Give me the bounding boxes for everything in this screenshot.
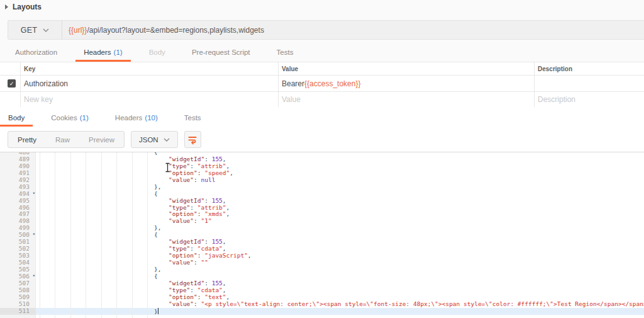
code-line: 490"type": "attrib",: [0, 163, 644, 170]
line-number: 490: [0, 163, 36, 170]
headers-count: (1): [114, 48, 123, 56]
headers-table: Key Value Description ✓ Authorization Be…: [0, 62, 644, 108]
response-tab-body[interactable]: Body: [0, 110, 33, 127]
line-number: 510: [0, 301, 36, 308]
fold-arrow-icon[interactable]: ▾: [33, 152, 35, 156]
language-dropdown[interactable]: JSON: [131, 131, 178, 148]
line-number: 506▾: [0, 273, 36, 280]
code-line: 496"type": "attrib",: [0, 205, 644, 212]
code-line: 500▾{: [0, 232, 644, 239]
chevron-down-icon: [43, 28, 49, 32]
code-line: 495"widgetId": 155,: [0, 198, 644, 205]
tab-tests[interactable]: Tests: [269, 44, 302, 62]
value-cell[interactable]: Bearer {{access_token}}: [279, 76, 535, 91]
line-number: 508: [0, 287, 36, 294]
language-label: JSON: [139, 136, 158, 144]
cookies-count: (1): [80, 114, 89, 122]
new-value-input[interactable]: Value: [279, 92, 535, 107]
response-tab-tests[interactable]: Tests: [176, 110, 209, 127]
line-number: 493: [0, 184, 36, 191]
fold-arrow-icon[interactable]: ▾: [33, 273, 35, 280]
key-cell[interactable]: Authorization: [21, 76, 279, 91]
line-number: 501: [0, 239, 36, 246]
code-lines: 488▾{489"widgetId": 155,490"type": "attr…: [0, 152, 644, 315]
line-number: 507: [0, 280, 36, 287]
code-line: 510"value": "<p style=\"text-align: cent…: [0, 301, 644, 308]
code-line: 488▾{: [0, 152, 644, 156]
response-toolbar: Pretty Raw Preview JSON: [8, 131, 201, 148]
line-number: 499: [0, 225, 36, 232]
wrap-text-icon: [187, 135, 197, 145]
url-variable: {{url}}: [69, 26, 87, 35]
code-line: 506▾{: [0, 273, 644, 280]
code-line: 494▾{: [0, 191, 644, 198]
tab-body[interactable]: Body: [141, 44, 174, 62]
code-line: 498"value": "1": [0, 218, 644, 225]
tab-pre-request-script[interactable]: Pre-request Script: [184, 44, 258, 62]
line-number: 503: [0, 253, 36, 259]
line-number: 511: [0, 308, 36, 315]
line-number: 504: [0, 259, 36, 266]
code-line: 502"type": "cdata",: [0, 246, 644, 253]
preview-button[interactable]: Preview: [79, 132, 124, 147]
chevron-down-icon: [164, 138, 170, 142]
code-line: 504"value": "": [0, 259, 644, 266]
table-header-row: Key Value Description: [0, 62, 644, 76]
new-description-input[interactable]: Description: [535, 92, 644, 107]
method-label: GET: [21, 26, 38, 35]
new-key-input[interactable]: New key: [21, 92, 279, 107]
tab-headers[interactable]: Headers(1): [75, 44, 131, 62]
code-line: 499},: [0, 225, 644, 232]
response-tab-headers[interactable]: Headers(10): [107, 110, 166, 127]
code-line: 505},: [0, 266, 644, 273]
code-line: 507"widgetId": 155,: [0, 280, 644, 287]
fold-arrow-icon[interactable]: ▾: [33, 190, 35, 197]
collection-title: Layouts: [13, 3, 42, 11]
code-line: 493},: [0, 184, 644, 191]
code-line: 501"widgetId": 155,: [0, 239, 644, 246]
line-number: 502: [0, 246, 36, 253]
code-line: 511}: [0, 308, 644, 315]
code-line: 489"widgetId": 155,: [0, 156, 644, 163]
code-line: 497"option": "xmds",: [0, 211, 644, 218]
fold-arrow-icon[interactable]: ▾: [33, 231, 35, 238]
line-number: 492: [0, 177, 36, 184]
description-column-header: Description: [535, 62, 644, 75]
response-tab-cookies[interactable]: Cookies(1): [43, 110, 97, 127]
line-number: 495: [0, 198, 36, 205]
raw-button[interactable]: Raw: [46, 132, 79, 147]
value-variable: {{access_token}}: [304, 79, 360, 88]
line-number: 496: [0, 205, 36, 212]
code-line: 492"value": null: [0, 177, 644, 184]
view-mode-group: Pretty Raw Preview: [8, 131, 125, 148]
table-row: ✓ Authorization Bearer {{access_token}}: [0, 76, 644, 92]
request-url-bar: GET {{url}}/api/layout?layout=&embed=reg…: [8, 20, 644, 40]
tab-authorization[interactable]: Authorization: [7, 44, 65, 62]
key-column-header: Key: [21, 62, 279, 75]
line-number: 505: [0, 266, 36, 273]
response-tabs: Body Cookies(1) Headers(10) Tests: [0, 110, 209, 127]
check-icon: ✓: [9, 81, 14, 87]
text-caret: [158, 308, 158, 314]
row-checkbox[interactable]: ✓: [8, 79, 16, 88]
response-body-editor[interactable]: 488▾{489"widgetId": 155,490"type": "attr…: [0, 152, 644, 318]
line-number: 498: [0, 218, 36, 225]
line-number: 494▾: [0, 191, 36, 198]
wrap-text-button[interactable]: [184, 131, 201, 148]
code-line: 503"option": "javaScript",: [0, 253, 644, 259]
description-cell[interactable]: [535, 76, 644, 91]
line-number: 489: [0, 156, 36, 163]
method-dropdown[interactable]: GET: [8, 21, 62, 39]
line-number: 488▾: [0, 152, 36, 156]
checkbox-column-header: [0, 62, 21, 75]
collection-header[interactable]: Layouts: [5, 1, 42, 13]
url-input[interactable]: {{url}}/api/layout?layout=&embed=regions…: [62, 21, 644, 39]
line-number: 500▾: [0, 232, 36, 239]
line-number: 497: [0, 211, 36, 218]
triangle-right-icon: [5, 4, 8, 9]
line-number: 509: [0, 294, 36, 301]
code-line: 491"option": "speed",: [0, 170, 644, 177]
url-path: /api/layout?layout=&embed=regions,playli…: [87, 26, 264, 35]
pretty-button[interactable]: Pretty: [8, 132, 46, 147]
request-tabs: Authorization Headers(1) Body Pre-reques…: [0, 44, 301, 62]
